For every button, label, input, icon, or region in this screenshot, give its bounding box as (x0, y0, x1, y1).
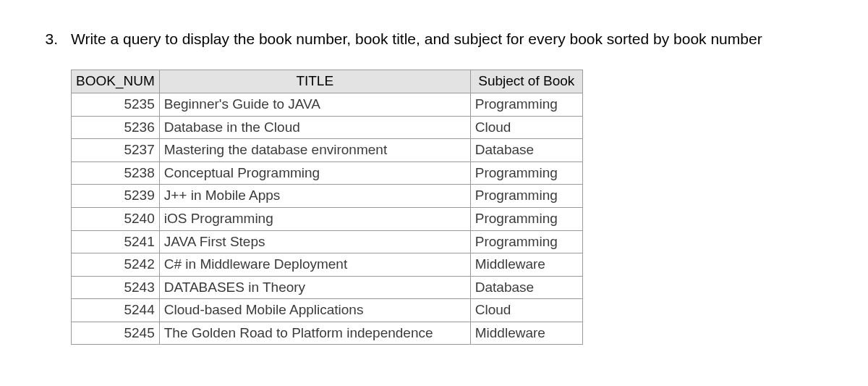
table-body: 5235Beginner's Guide to JAVAProgramming5… (72, 93, 583, 345)
cell-title: J++ in Mobile Apps (159, 185, 470, 208)
table-row: 5241JAVA First StepsProgramming (72, 230, 583, 253)
cell-title: DATABASES in Theory (159, 276, 470, 299)
cell-book-num: 5240 (72, 207, 160, 230)
cell-book-num: 5238 (72, 161, 160, 185)
cell-subject: Programming (470, 230, 582, 253)
cell-title: iOS Programming (159, 207, 470, 230)
cell-book-num: 5245 (72, 322, 160, 345)
cell-book-num: 5242 (72, 253, 160, 277)
question-number: 3. (29, 29, 71, 49)
table-row: 5244Cloud-based Mobile ApplicationsCloud (72, 299, 583, 322)
cell-subject: Programming (470, 185, 582, 208)
cell-subject: Middleware (470, 253, 582, 277)
cell-subject: Programming (470, 93, 582, 116)
cell-title: Cloud-based Mobile Applications (159, 299, 470, 322)
table-row: 5240iOS ProgrammingProgramming (72, 207, 583, 230)
table-row: 5243DATABASES in TheoryDatabase (72, 276, 583, 299)
cell-title: Conceptual Programming (159, 161, 470, 185)
result-table: BOOK_NUM TITLE Subject of Book 5235Begin… (71, 70, 583, 345)
table-row: 5237Mastering the database environmentDa… (72, 139, 583, 162)
cell-book-num: 5244 (72, 299, 160, 322)
result-table-wrap: BOOK_NUM TITLE Subject of Book 5235Begin… (71, 70, 839, 345)
cell-subject: Database (470, 139, 582, 162)
table-row: 5235Beginner's Guide to JAVAProgramming (72, 93, 583, 116)
cell-title: JAVA First Steps (159, 230, 470, 253)
cell-book-num: 5237 (72, 139, 160, 162)
table-row: 5238Conceptual ProgrammingProgramming (72, 161, 583, 185)
cell-title: The Golden Road to Platform independence (159, 322, 470, 345)
col-header-book-num: BOOK_NUM (72, 70, 160, 93)
cell-subject: Programming (470, 161, 582, 185)
cell-title: Database in the Cloud (159, 116, 470, 139)
cell-subject: Cloud (470, 299, 582, 322)
table-row: 5242C# in Middleware DeploymentMiddlewar… (72, 253, 583, 277)
cell-book-num: 5239 (72, 185, 160, 208)
col-header-title: TITLE (159, 70, 470, 93)
cell-subject: Programming (470, 207, 582, 230)
cell-subject: Database (470, 276, 582, 299)
table-row: 5245The Golden Road to Platform independ… (72, 322, 583, 345)
cell-title: C# in Middleware Deployment (159, 253, 470, 277)
table-row: 5236Database in the CloudCloud (72, 116, 583, 139)
cell-subject: Cloud (470, 116, 582, 139)
table-header-row: BOOK_NUM TITLE Subject of Book (72, 70, 583, 93)
cell-book-num: 5243 (72, 276, 160, 299)
cell-title: Beginner's Guide to JAVA (159, 93, 470, 116)
question-line: 3. Write a query to display the book num… (29, 29, 839, 49)
cell-subject: Middleware (470, 322, 582, 345)
table-header: BOOK_NUM TITLE Subject of Book (72, 70, 583, 93)
table-row: 5239J++ in Mobile AppsProgramming (72, 185, 583, 208)
cell-book-num: 5235 (72, 93, 160, 116)
question-text: Write a query to display the book number… (71, 29, 839, 49)
col-header-subject: Subject of Book (470, 70, 582, 93)
cell-title: Mastering the database environment (159, 139, 470, 162)
cell-book-num: 5236 (72, 116, 160, 139)
cell-book-num: 5241 (72, 230, 160, 253)
page: 3. Write a query to display the book num… (0, 0, 868, 386)
